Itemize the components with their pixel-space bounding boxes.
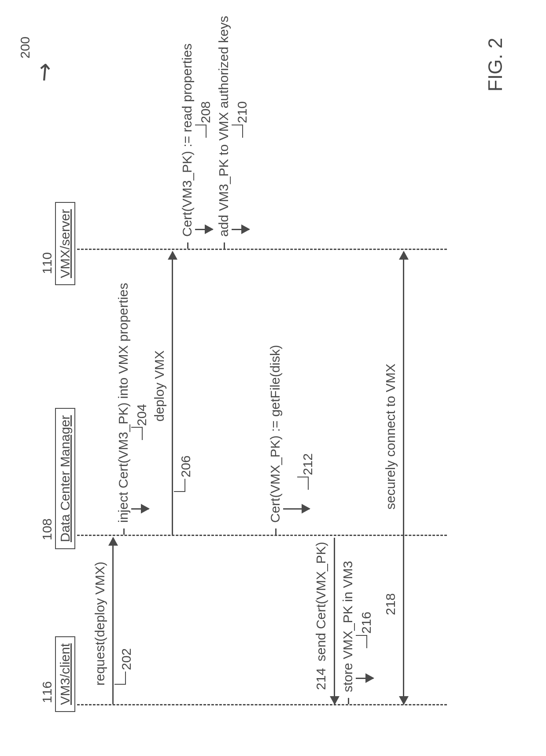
diagram-id: 200 xyxy=(18,37,33,59)
step-210-lead xyxy=(232,125,243,138)
step-212-tick xyxy=(275,528,277,535)
step-204-ref: 204 xyxy=(134,404,149,426)
manager-ref: 108 xyxy=(40,518,55,540)
step-216-arrow xyxy=(356,678,373,679)
server-name: VMX/server xyxy=(58,209,72,278)
step-216-ref: 216 xyxy=(359,612,374,634)
step-216-text: store VMX_PK in VM3 xyxy=(340,561,355,692)
sequence-diagram: ↘ 200 116 VM3/client 108 Data Center Man… xyxy=(0,0,546,756)
step-202-lead xyxy=(114,672,126,685)
server-ref: 110 xyxy=(40,252,55,274)
client-lifeline xyxy=(77,704,447,705)
step-218-ref: 218 xyxy=(383,593,398,615)
step-204-text: inject Cert(VM3_PK) into VMX properties xyxy=(116,283,131,523)
step-202-text: request(deploy VMX) xyxy=(92,561,107,686)
step-208-arrow xyxy=(195,229,213,230)
step-214-ref: 214 xyxy=(314,668,328,690)
step-208-tick xyxy=(187,242,188,249)
step-202-ref: 202 xyxy=(119,648,134,670)
figure-label: FIG. 2 xyxy=(484,38,506,92)
manager-name: Data Center Manager xyxy=(58,415,72,543)
step-208-text: Cert(VM3_PK) := read properties xyxy=(180,44,195,237)
step-208-ref: 208 xyxy=(198,101,213,123)
step-208-lead xyxy=(195,125,207,138)
client-box: VM3/client xyxy=(55,636,75,712)
server-lifeline xyxy=(77,249,447,250)
manager-lifeline xyxy=(77,535,447,536)
step-204-tick xyxy=(123,528,125,535)
step-212-text: Cert(VMX_PK) := getFile(disk) xyxy=(268,345,283,523)
step-204-lead xyxy=(131,427,143,440)
step-206-arrow xyxy=(172,252,173,535)
step-206-text: deploy VMX xyxy=(152,350,167,422)
step-216-lead xyxy=(356,635,367,648)
step-212-arrow xyxy=(283,508,310,510)
manager-box: Data Center Manager xyxy=(55,408,75,550)
step-206-lead xyxy=(174,479,185,492)
step-212-ref: 212 xyxy=(300,453,315,475)
server-box: VMX/server xyxy=(55,202,75,285)
step-218-arrow xyxy=(403,252,404,704)
squiggle-icon: ↘ xyxy=(28,57,60,89)
step-204-arrow xyxy=(131,508,149,510)
step-202-arrow xyxy=(112,538,114,704)
step-216-tick xyxy=(348,698,349,704)
step-206-ref: 206 xyxy=(178,455,193,477)
step-210-tick xyxy=(224,242,225,249)
step-210-arrow xyxy=(232,229,249,230)
step-214-text: send Cert(VMX_PK) xyxy=(314,542,328,661)
client-ref: 116 xyxy=(40,681,55,703)
client-name: VM3/client xyxy=(58,643,72,705)
step-210-text: add VM3_PK to VMX authorized keys xyxy=(216,16,231,237)
step-214-arrow xyxy=(334,538,335,704)
step-218-text: securely connect to VMX xyxy=(383,363,398,510)
step-212-lead xyxy=(297,477,309,490)
step-210-ref: 210 xyxy=(235,101,250,123)
